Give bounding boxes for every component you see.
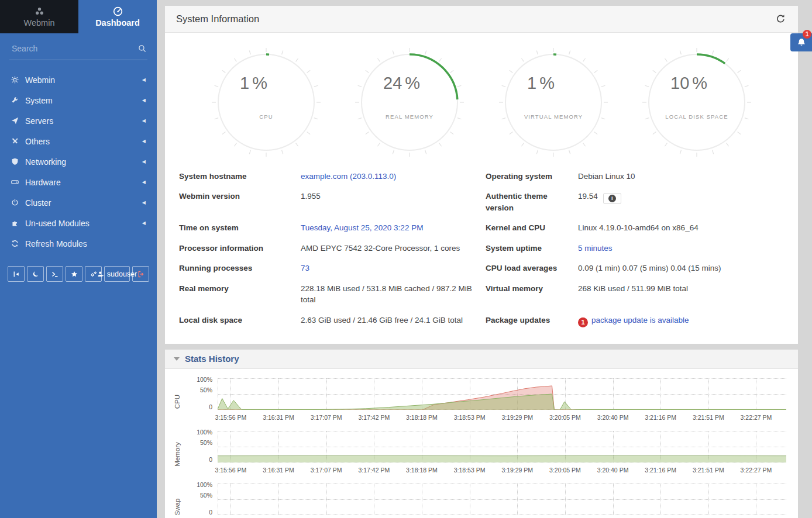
- page-title: System Information: [176, 13, 775, 25]
- tab-dashboard-label: Dashboard: [95, 18, 140, 27]
- user-button[interactable]: sudouser: [104, 266, 130, 282]
- sidebar-item-webmin[interactable]: Webmin ◀: [0, 70, 157, 90]
- sidebar-tabs: Webmin Dashboard: [0, 0, 157, 33]
- terminal-button[interactable]: [46, 266, 63, 282]
- collapse-sidebar-button[interactable]: [8, 266, 25, 282]
- x-tick-label: 3:17:42 PM: [358, 467, 390, 474]
- local-disk-space-value: 2.63 GiB used / 21.46 GiB free / 24.1 Gi…: [301, 310, 486, 332]
- collapse-icon: [13, 271, 20, 278]
- processor-information-label: Processor information: [179, 238, 301, 258]
- cpu-load-averages-label: CPU load averages: [486, 258, 578, 279]
- logout-button[interactable]: [132, 266, 149, 282]
- x-tick-label: 3:18:18 PM: [406, 414, 438, 421]
- system-hostname-link[interactable]: example.com (203.0.113.0): [301, 172, 396, 181]
- tab-dashboard[interactable]: Dashboard: [78, 0, 157, 33]
- y-tick-label: 0: [209, 403, 212, 410]
- processor-information-value: AMD EPYC 7542 32-Core Processor, 1 cores: [301, 238, 486, 258]
- info-icon: i: [608, 195, 616, 202]
- svg-text:24%: 24%: [383, 74, 420, 92]
- caret-left-icon: ◀: [142, 220, 146, 226]
- system-information-header: System Information: [165, 6, 798, 33]
- sidebar-item-networking[interactable]: Networking ◀: [0, 151, 157, 172]
- notifications-badge: 1: [803, 30, 811, 39]
- x-tick-label: 3:19:29 PM: [501, 414, 533, 421]
- x-tick-label: 3:15:56 PM: [215, 467, 246, 474]
- gauge-local-disk-space: 10%LOCAL DISK SPACE: [635, 47, 759, 158]
- svg-text:LOCAL DISK SPACE: LOCAL DISK SPACE: [666, 113, 728, 120]
- stats-charts: CPU100%50%03:15:56 PM3:16:31 PM3:17:07 P…: [165, 369, 798, 518]
- gauge-real-memory: 24%REAL MEMORY: [347, 47, 472, 158]
- x-tick-label: 3:17:07 PM: [311, 467, 342, 474]
- authentic-theme-version-value: 19.54i: [578, 187, 784, 218]
- caret-left-icon: ◀: [142, 98, 146, 103]
- svg-text:1%: 1%: [240, 74, 267, 92]
- tab-webmin[interactable]: Webmin: [0, 0, 78, 33]
- time-on-system-value[interactable]: Tuesday, August 25, 2020 3:22 PM: [301, 218, 486, 239]
- kernel-and-cpu-label: Kernel and CPU: [486, 218, 578, 239]
- sidebar-item-system[interactable]: System ◀: [0, 90, 157, 110]
- virtual-memory-label: Virtual memory: [486, 278, 578, 310]
- x-tick-label: 3:20:40 PM: [597, 414, 629, 421]
- chart-axis-title: Swap: [174, 499, 181, 516]
- stats-history-title: Stats History: [185, 354, 239, 364]
- running-processes-link[interactable]: 73: [301, 264, 309, 272]
- webmin-app: Webmin Dashboard Webmin ◀ System ◀ Serve…: [0, 0, 812, 518]
- package-updates-link[interactable]: package update is available: [591, 316, 689, 324]
- favorites-button[interactable]: [66, 266, 82, 282]
- theme-info-button[interactable]: i: [603, 193, 621, 204]
- system-uptime-value[interactable]: 5 minutes: [578, 238, 784, 258]
- package-updates-value[interactable]: 1package update is available: [578, 310, 784, 332]
- sidebar-item-hardware[interactable]: Hardware ◀: [0, 172, 157, 192]
- y-tick-label: 0: [209, 456, 212, 463]
- x-tick-label: 3:18:53 PM: [454, 414, 486, 421]
- caret-left-icon: ◀: [142, 200, 146, 205]
- y-tick-label: 100%: [197, 481, 212, 488]
- svg-text:1%: 1%: [527, 74, 555, 92]
- chart-swap: Swap100%50%03:15:56 PM3:16:31 PM3:17:07 …: [170, 484, 786, 518]
- stats-history-header[interactable]: Stats History: [165, 350, 798, 369]
- real-memory-label: Real memory: [179, 278, 301, 310]
- notifications-bell-button[interactable]: 1: [790, 33, 812, 51]
- real-memory-value: 228.18 MiB used / 531.8 MiB cached / 987…: [301, 278, 486, 310]
- night-mode-button[interactable]: [27, 266, 44, 282]
- sidebar-item-refresh-modules[interactable]: Refresh Modules ◀: [0, 233, 157, 254]
- sidebar-item-servers[interactable]: Servers ◀: [0, 110, 157, 131]
- update-count-badge: 1: [578, 317, 588, 327]
- caret-left-icon: ◀: [142, 77, 146, 82]
- virtual-memory-value: 268 KiB used / 511.99 MiB total: [578, 278, 784, 310]
- system-uptime-link[interactable]: 5 minutes: [578, 244, 613, 253]
- y-tick-label: 50%: [200, 439, 212, 446]
- time-on-system-link[interactable]: Tuesday, August 25, 2020 3:22 PM: [301, 223, 423, 232]
- search-input[interactable]: [11, 43, 138, 54]
- system-uptime-label: System uptime: [486, 238, 578, 258]
- y-tick-label: 50%: [200, 492, 212, 499]
- running-processes-value[interactable]: 73: [301, 258, 486, 279]
- shield-icon: [11, 158, 25, 165]
- refresh-button[interactable]: [775, 13, 787, 25]
- x-tick-label: 3:22:27 PM: [741, 467, 772, 474]
- chart-memory: Memory100%50%03:15:56 PM3:16:31 PM3:17:0…: [170, 431, 786, 478]
- gauges-row: 1%CPU24%REAL MEMORY1%VIRTUAL MEMORY10%LO…: [165, 33, 798, 160]
- tab-webmin-label: Webmin: [24, 18, 55, 27]
- sidebar-item-cluster[interactable]: Cluster ◀: [0, 192, 157, 213]
- system-hostname-value[interactable]: example.com (203.0.113.0): [301, 166, 486, 187]
- system-hostname-label: System hostname: [179, 166, 301, 187]
- x-tick-label: 3:15:56 PM: [215, 414, 246, 421]
- sidebar-item-un-used-modules[interactable]: Un-used Modules ◀: [0, 213, 157, 233]
- x-tick-label: 3:21:51 PM: [693, 467, 724, 474]
- x-tick-label: 3:16:31 PM: [263, 414, 294, 421]
- running-processes-label: Running processes: [179, 258, 301, 279]
- puzzle-icon: [11, 219, 25, 227]
- star-icon: [71, 271, 78, 278]
- local-disk-space-label: Local disk space: [179, 310, 301, 332]
- system-info-table: System hostnameexample.com (203.0.113.0)…: [165, 160, 798, 344]
- y-tick-label: 50%: [200, 386, 212, 393]
- logout-icon: [137, 271, 144, 278]
- x-tick-label: 3:17:42 PM: [358, 414, 390, 421]
- operating-system-label: Operating system: [486, 166, 578, 187]
- time-on-system-label: Time on system: [179, 218, 301, 239]
- sidebar-item-others[interactable]: Others ◀: [0, 131, 157, 151]
- chart-axis-title: Memory: [174, 442, 181, 467]
- y-tick-label: 100%: [197, 429, 212, 436]
- x-tick-label: 3:18:53 PM: [454, 467, 486, 474]
